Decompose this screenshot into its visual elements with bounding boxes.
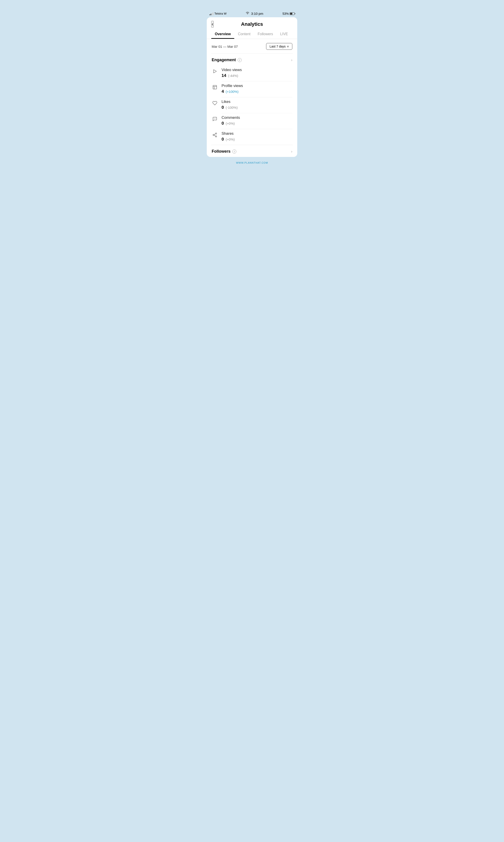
page-title: Analytics [241,21,263,27]
engagement-info-icon[interactable]: i [238,58,242,62]
app-card: ‹ Analytics Overview Content Followers L… [207,17,297,157]
stat-item-video-views: Video views 14 (-44%) [212,66,292,81]
engagement-title-row: Engagement i [212,58,242,62]
engagement-header[interactable]: Engagement i › [212,54,292,66]
tab-overview[interactable]: Overview [211,30,234,39]
svg-point-7 [215,133,217,134]
signal-bar-1 [210,14,210,15]
play-icon [212,68,218,74]
comments-value-row: 0 (+0%) [221,121,292,126]
status-center: 3:10 pm [246,12,263,16]
tab-content-label: Content [238,32,250,36]
date-filter-label: Last 7 days [269,45,286,48]
chevron-down-icon: ∨ [287,45,289,48]
date-filter-button[interactable]: Last 7 days ∨ [266,43,292,50]
followers-title-row: Followers i [212,149,236,154]
video-views-value: 14 [221,73,226,78]
profile-views-content: Profile views 4 (+100%) [221,84,292,94]
signal-bars [210,12,214,15]
date-range-row: Mar 01 — Mar 07 Last 7 days ∨ [207,39,297,53]
svg-point-4 [214,119,214,119]
svg-line-10 [214,135,215,136]
engagement-section: Engagement i › Video views 14 (-44%) [207,54,297,145]
time-text: 3:10 pm [251,12,263,16]
likes-change: (-100%) [226,106,238,109]
heart-icon [212,100,218,106]
status-right: 53% [283,12,294,16]
battery-pct-text: 53% [283,12,289,16]
svg-rect-1 [213,85,217,89]
status-bar: Telstra W 3:10 pm 53% [205,9,299,17]
likes-value: 0 [221,105,224,110]
profile-views-value: 4 [221,89,224,94]
footer-url: WWW.PLANNTHAT.COM [236,161,268,164]
comments-change: (+0%) [226,122,235,125]
comments-content: Comments 0 (+0%) [221,116,292,126]
profile-views-value-row: 4 (+100%) [221,89,292,94]
signal-bar-3 [212,13,212,15]
followers-title: Followers [212,149,231,154]
video-views-change: (-44%) [228,74,238,77]
likes-label: Likes [221,100,292,104]
svg-marker-0 [214,70,217,73]
shares-label: Shares [221,131,292,136]
comment-icon [212,116,218,122]
tab-live-label: LIVE [280,32,288,36]
video-views-content: Video views 14 (-44%) [221,68,292,78]
followers-header[interactable]: Followers i › [212,145,292,157]
followers-section: Followers i › [207,145,297,157]
tab-followers-label: Followers [257,32,273,36]
shares-content: Shares 0 (+0%) [221,131,292,142]
followers-chevron-right: › [291,150,292,154]
video-views-label: Video views [221,68,292,72]
svg-line-11 [214,134,215,135]
date-range-text: Mar 01 — Mar 07 [212,45,238,49]
tab-followers[interactable]: Followers [254,30,276,39]
stat-item-comments: Comments 0 (+0%) [212,113,292,129]
shares-value-row: 0 (+0%) [221,137,292,142]
comments-label: Comments [221,116,292,120]
battery-container [290,12,294,15]
likes-content: Likes 0 (-100%) [221,100,292,110]
header: ‹ Analytics [207,17,297,30]
stat-item-profile-views: Profile views 4 (+100%) [212,81,292,97]
battery-fill [290,13,292,15]
shares-value: 0 [221,137,224,142]
followers-info-icon[interactable]: i [232,150,236,154]
status-left: Telstra W [210,12,227,15]
carrier-text: Telstra W [214,12,227,15]
share-icon [212,132,218,138]
battery-icon [290,12,294,15]
svg-point-8 [213,134,214,136]
phone-container: Telstra W 3:10 pm 53% ‹ [205,9,299,169]
stat-item-shares: Shares 0 (+0%) [212,129,292,145]
video-views-value-row: 14 (-44%) [221,73,292,78]
back-button[interactable]: ‹ [211,21,214,28]
profile-views-label: Profile views [221,84,292,88]
svg-point-6 [215,119,216,119]
svg-point-9 [215,136,217,137]
signal-bar-2 [211,14,211,15]
tab-content[interactable]: Content [234,30,254,39]
tabs-container: Overview Content Followers LIVE [207,30,297,39]
likes-value-row: 0 (-100%) [221,105,292,110]
shares-change: (+0%) [226,137,235,141]
tab-overview-label: Overview [215,32,231,36]
signal-bar-4 [213,12,214,15]
svg-point-5 [215,119,215,119]
footer: WWW.PLANNTHAT.COM [205,157,299,169]
profile-icon [212,84,218,90]
engagement-title: Engagement [212,58,236,62]
profile-views-change: (+100%) [226,90,238,93]
wifi-icon [246,12,249,15]
engagement-chevron-right: › [291,58,292,62]
tab-live[interactable]: LIVE [277,30,292,39]
comments-value: 0 [221,121,224,126]
stat-item-likes: Likes 0 (-100%) [212,97,292,113]
